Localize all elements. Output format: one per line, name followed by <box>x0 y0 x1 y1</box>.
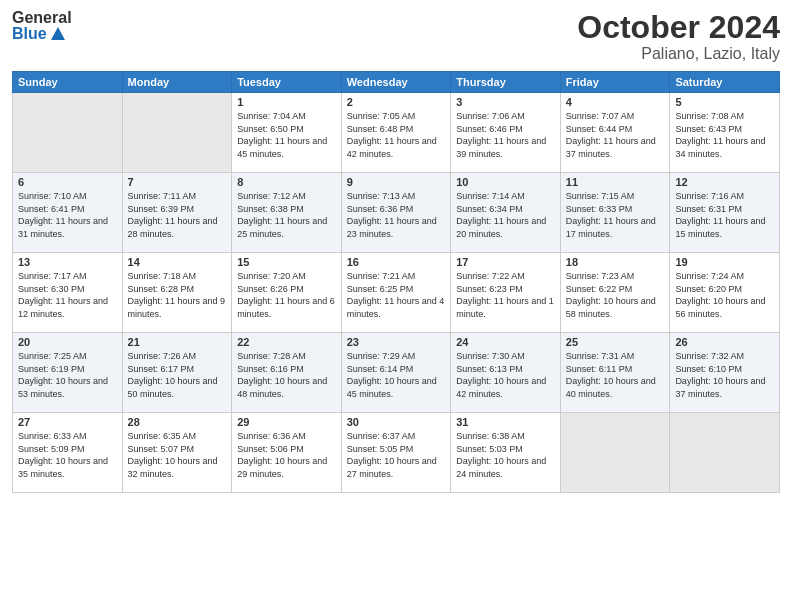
page-container: General Blue October 2024 Paliano, Lazio… <box>0 0 792 612</box>
day-number: 12 <box>675 176 774 188</box>
day-info: Sunrise: 7:32 AM Sunset: 6:10 PM Dayligh… <box>675 350 774 400</box>
day-info: Sunrise: 7:15 AM Sunset: 6:33 PM Dayligh… <box>566 190 665 240</box>
day-info: Sunrise: 7:22 AM Sunset: 6:23 PM Dayligh… <box>456 270 555 320</box>
table-row: 18Sunrise: 7:23 AM Sunset: 6:22 PM Dayli… <box>560 253 670 333</box>
table-row: 24Sunrise: 7:30 AM Sunset: 6:13 PM Dayli… <box>451 333 561 413</box>
calendar-table: Sunday Monday Tuesday Wednesday Thursday… <box>12 71 780 493</box>
day-number: 11 <box>566 176 665 188</box>
day-number: 7 <box>128 176 227 188</box>
day-number: 1 <box>237 96 336 108</box>
table-row: 21Sunrise: 7:26 AM Sunset: 6:17 PM Dayli… <box>122 333 232 413</box>
day-number: 16 <box>347 256 446 268</box>
day-info: Sunrise: 7:08 AM Sunset: 6:43 PM Dayligh… <box>675 110 774 160</box>
day-number: 15 <box>237 256 336 268</box>
table-row <box>13 93 123 173</box>
table-row: 13Sunrise: 7:17 AM Sunset: 6:30 PM Dayli… <box>13 253 123 333</box>
table-row: 30Sunrise: 6:37 AM Sunset: 5:05 PM Dayli… <box>341 413 451 493</box>
calendar-week-5: 27Sunrise: 6:33 AM Sunset: 5:09 PM Dayli… <box>13 413 780 493</box>
table-row: 19Sunrise: 7:24 AM Sunset: 6:20 PM Dayli… <box>670 253 780 333</box>
day-number: 6 <box>18 176 117 188</box>
table-row: 20Sunrise: 7:25 AM Sunset: 6:19 PM Dayli… <box>13 333 123 413</box>
table-row: 3Sunrise: 7:06 AM Sunset: 6:46 PM Daylig… <box>451 93 561 173</box>
logo-text-group: General Blue <box>12 10 72 42</box>
day-info: Sunrise: 7:14 AM Sunset: 6:34 PM Dayligh… <box>456 190 555 240</box>
day-info: Sunrise: 7:23 AM Sunset: 6:22 PM Dayligh… <box>566 270 665 320</box>
svg-marker-0 <box>51 27 65 40</box>
header-friday: Friday <box>560 72 670 93</box>
logo-icon <box>50 26 66 42</box>
header-tuesday: Tuesday <box>232 72 342 93</box>
day-info: Sunrise: 7:28 AM Sunset: 6:16 PM Dayligh… <box>237 350 336 400</box>
header-saturday: Saturday <box>670 72 780 93</box>
day-info: Sunrise: 7:16 AM Sunset: 6:31 PM Dayligh… <box>675 190 774 240</box>
day-info: Sunrise: 7:10 AM Sunset: 6:41 PM Dayligh… <box>18 190 117 240</box>
day-number: 27 <box>18 416 117 428</box>
page-header: General Blue October 2024 Paliano, Lazio… <box>12 10 780 63</box>
table-row: 4Sunrise: 7:07 AM Sunset: 6:44 PM Daylig… <box>560 93 670 173</box>
day-number: 3 <box>456 96 555 108</box>
table-row: 14Sunrise: 7:18 AM Sunset: 6:28 PM Dayli… <box>122 253 232 333</box>
table-row: 17Sunrise: 7:22 AM Sunset: 6:23 PM Dayli… <box>451 253 561 333</box>
day-info: Sunrise: 7:04 AM Sunset: 6:50 PM Dayligh… <box>237 110 336 160</box>
month-title-block: October 2024 Paliano, Lazio, Italy <box>577 10 780 63</box>
table-row: 6Sunrise: 7:10 AM Sunset: 6:41 PM Daylig… <box>13 173 123 253</box>
day-info: Sunrise: 7:20 AM Sunset: 6:26 PM Dayligh… <box>237 270 336 320</box>
day-info: Sunrise: 6:33 AM Sunset: 5:09 PM Dayligh… <box>18 430 117 480</box>
day-number: 23 <box>347 336 446 348</box>
day-number: 14 <box>128 256 227 268</box>
day-info: Sunrise: 7:31 AM Sunset: 6:11 PM Dayligh… <box>566 350 665 400</box>
day-number: 2 <box>347 96 446 108</box>
table-row: 22Sunrise: 7:28 AM Sunset: 6:16 PM Dayli… <box>232 333 342 413</box>
table-row: 2Sunrise: 7:05 AM Sunset: 6:48 PM Daylig… <box>341 93 451 173</box>
day-info: Sunrise: 7:30 AM Sunset: 6:13 PM Dayligh… <box>456 350 555 400</box>
day-info: Sunrise: 7:21 AM Sunset: 6:25 PM Dayligh… <box>347 270 446 320</box>
table-row: 10Sunrise: 7:14 AM Sunset: 6:34 PM Dayli… <box>451 173 561 253</box>
header-thursday: Thursday <box>451 72 561 93</box>
day-info: Sunrise: 7:07 AM Sunset: 6:44 PM Dayligh… <box>566 110 665 160</box>
day-info: Sunrise: 7:26 AM Sunset: 6:17 PM Dayligh… <box>128 350 227 400</box>
table-row: 5Sunrise: 7:08 AM Sunset: 6:43 PM Daylig… <box>670 93 780 173</box>
table-row: 8Sunrise: 7:12 AM Sunset: 6:38 PM Daylig… <box>232 173 342 253</box>
calendar-week-3: 13Sunrise: 7:17 AM Sunset: 6:30 PM Dayli… <box>13 253 780 333</box>
day-number: 29 <box>237 416 336 428</box>
table-row: 15Sunrise: 7:20 AM Sunset: 6:26 PM Dayli… <box>232 253 342 333</box>
table-row: 23Sunrise: 7:29 AM Sunset: 6:14 PM Dayli… <box>341 333 451 413</box>
calendar-week-1: 1Sunrise: 7:04 AM Sunset: 6:50 PM Daylig… <box>13 93 780 173</box>
header-monday: Monday <box>122 72 232 93</box>
table-row: 28Sunrise: 6:35 AM Sunset: 5:07 PM Dayli… <box>122 413 232 493</box>
weekday-header-row: Sunday Monday Tuesday Wednesday Thursday… <box>13 72 780 93</box>
table-row: 26Sunrise: 7:32 AM Sunset: 6:10 PM Dayli… <box>670 333 780 413</box>
table-row <box>670 413 780 493</box>
day-number: 31 <box>456 416 555 428</box>
table-row: 11Sunrise: 7:15 AM Sunset: 6:33 PM Dayli… <box>560 173 670 253</box>
logo-blue: Blue <box>12 26 47 42</box>
logo-general: General <box>12 10 72 26</box>
table-row: 31Sunrise: 6:38 AM Sunset: 5:03 PM Dayli… <box>451 413 561 493</box>
day-number: 10 <box>456 176 555 188</box>
table-row: 1Sunrise: 7:04 AM Sunset: 6:50 PM Daylig… <box>232 93 342 173</box>
table-row <box>560 413 670 493</box>
month-year: October 2024 <box>577 10 780 45</box>
day-number: 22 <box>237 336 336 348</box>
day-info: Sunrise: 6:37 AM Sunset: 5:05 PM Dayligh… <box>347 430 446 480</box>
day-info: Sunrise: 7:11 AM Sunset: 6:39 PM Dayligh… <box>128 190 227 240</box>
day-number: 18 <box>566 256 665 268</box>
day-number: 17 <box>456 256 555 268</box>
day-number: 26 <box>675 336 774 348</box>
header-sunday: Sunday <box>13 72 123 93</box>
logo: General Blue <box>12 10 72 42</box>
table-row: 16Sunrise: 7:21 AM Sunset: 6:25 PM Dayli… <box>341 253 451 333</box>
table-row: 27Sunrise: 6:33 AM Sunset: 5:09 PM Dayli… <box>13 413 123 493</box>
day-number: 13 <box>18 256 117 268</box>
day-info: Sunrise: 7:25 AM Sunset: 6:19 PM Dayligh… <box>18 350 117 400</box>
day-number: 28 <box>128 416 227 428</box>
day-info: Sunrise: 6:35 AM Sunset: 5:07 PM Dayligh… <box>128 430 227 480</box>
table-row: 29Sunrise: 6:36 AM Sunset: 5:06 PM Dayli… <box>232 413 342 493</box>
day-info: Sunrise: 7:06 AM Sunset: 6:46 PM Dayligh… <box>456 110 555 160</box>
table-row: 12Sunrise: 7:16 AM Sunset: 6:31 PM Dayli… <box>670 173 780 253</box>
day-number: 4 <box>566 96 665 108</box>
day-number: 9 <box>347 176 446 188</box>
day-info: Sunrise: 7:29 AM Sunset: 6:14 PM Dayligh… <box>347 350 446 400</box>
day-number: 8 <box>237 176 336 188</box>
day-info: Sunrise: 7:12 AM Sunset: 6:38 PM Dayligh… <box>237 190 336 240</box>
